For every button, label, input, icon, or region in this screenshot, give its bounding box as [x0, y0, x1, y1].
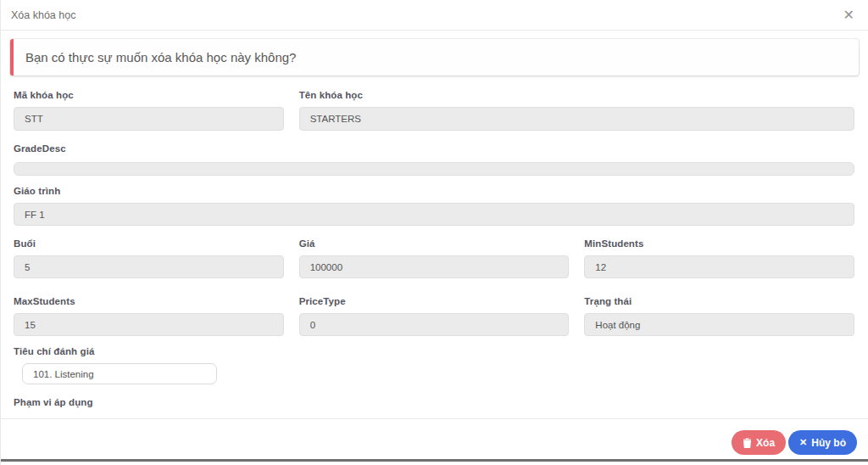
field-label: MinStudents: [584, 238, 854, 249]
price-input[interactable]: [299, 255, 570, 278]
footer-buttons: Xóa ✕ Hủy bỏ: [732, 430, 857, 455]
field-label: Giáo trình: [14, 186, 854, 196]
min-students-input[interactable]: [584, 255, 854, 278]
sessions-input[interactable]: [14, 255, 284, 278]
trash-icon: [743, 438, 752, 448]
price-type-input[interactable]: [299, 313, 570, 336]
field-min-students: MinStudents: [584, 238, 854, 278]
delete-course-modal: { "modal": { "title": "Xóa khóa học", "c…: [0, 0, 868, 465]
field-label: Trạng thái: [584, 296, 854, 306]
modal-title: Xóa khóa học: [11, 9, 75, 21]
delete-button[interactable]: Xóa: [732, 430, 786, 455]
field-label: Giá: [299, 238, 570, 249]
field-label: Mã khóa học: [14, 90, 284, 100]
field-price-type: PriceType: [299, 296, 570, 336]
course-form: Mã khóa học Tên khóa học GradeDesc Giáo …: [1, 76, 868, 407]
field-evaluation-criteria: Tiêu chí đánh giá 101. Listening: [14, 346, 854, 384]
cancel-button[interactable]: ✕ Hủy bỏ: [788, 430, 857, 455]
status-input[interactable]: [584, 313, 854, 336]
field-scope: Phạm vi áp dụng: [14, 397, 854, 407]
max-students-input[interactable]: [14, 313, 284, 336]
close-icon[interactable]: ✕: [840, 7, 858, 24]
field-label: Buổi: [14, 238, 284, 249]
field-label: Tên khóa học: [299, 90, 854, 100]
field-status: Trạng thái: [584, 296, 854, 336]
delete-button-label: Xóa: [756, 437, 775, 449]
field-label: MaxStudents: [14, 296, 284, 306]
modal-footer: Xóa ✕ Hủy bỏ: [1, 418, 868, 465]
course-code-input[interactable]: [14, 107, 284, 131]
x-icon: ✕: [799, 437, 807, 448]
field-price: Giá: [299, 238, 570, 278]
field-label: Phạm vi áp dụng: [14, 397, 854, 407]
field-grade-desc: GradeDesc: [14, 143, 854, 176]
field-curriculum: Giáo trình: [14, 186, 854, 226]
field-max-students: MaxStudents: [14, 296, 284, 336]
criteria-chip: 101. Listening: [22, 363, 217, 384]
modal-header: Xóa khóa học ✕: [1, 0, 868, 31]
field-course-code: Mã khóa học: [14, 90, 284, 131]
field-label: Tiêu chí đánh giá: [14, 346, 854, 356]
grade-desc-input[interactable]: [14, 162, 854, 176]
field-sessions: Buổi: [14, 238, 284, 278]
field-label: PriceType: [299, 296, 570, 306]
field-course-name: Tên khóa học: [299, 90, 854, 131]
cancel-button-label: Hủy bỏ: [811, 437, 846, 449]
confirmation-message: Bạn có thực sự muốn xóa khóa học này khô…: [25, 50, 296, 64]
course-name-input[interactable]: [299, 107, 854, 131]
bottom-edge-strip: [1, 459, 868, 462]
confirmation-alert: Bạn có thực sự muốn xóa khóa học này khô…: [10, 39, 859, 76]
curriculum-input[interactable]: [14, 203, 854, 226]
field-label: GradeDesc: [14, 143, 854, 154]
